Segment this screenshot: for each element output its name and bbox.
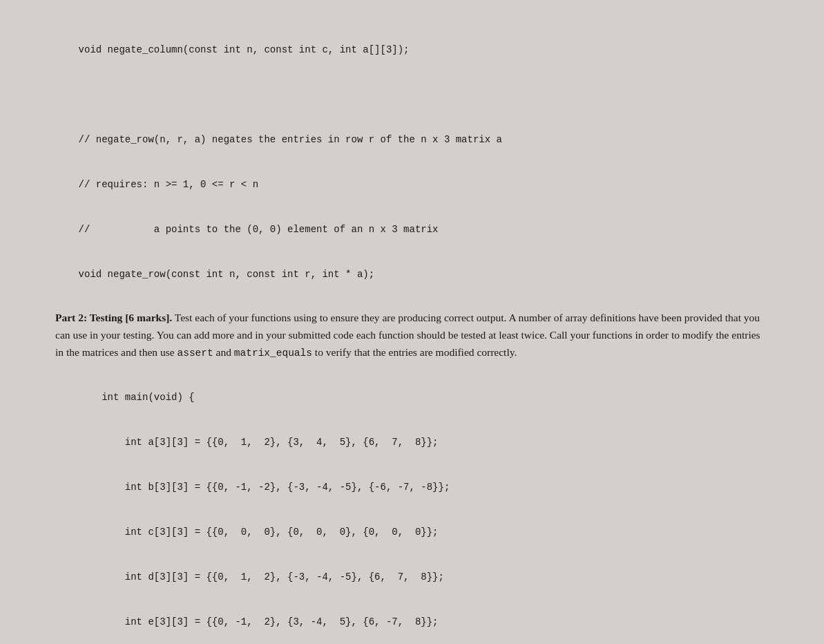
part2-body3: to verify that the entries are modified … <box>312 346 517 358</box>
part2-body2: and <box>213 346 234 358</box>
code-block-1: void negate_column(const int n, const in… <box>55 28 769 297</box>
assert-code: assert <box>177 348 213 359</box>
code-line: int d[3][3] = {{0, 1, 2}, {-3, -4, -5}, … <box>79 571 444 583</box>
code-line: int b[3][3] = {{0, -1, -2}, {-3, -4, -5}… <box>79 482 450 493</box>
code-block-2: int main(void) { int a[3][3] = {{0, 1, 2… <box>55 375 769 644</box>
part2-heading: Part 2: Testing [6 marks]. <box>55 312 172 323</box>
code-line: int c[3][3] = {{0, 0, 0}, {0, 0, 0}, {0,… <box>79 527 439 538</box>
code-line: // negate_row(n, r, a) negates the entri… <box>79 134 502 145</box>
matrix-equals-code: matrix_equals <box>234 348 312 359</box>
code-line: // a points to the (0, 0) element of an … <box>79 224 439 235</box>
part2-section: Part 2: Testing [6 marks]. Test each of … <box>55 310 769 361</box>
code-line: void negate_column(const int n, const in… <box>79 44 410 55</box>
page-content: void negate_column(const int n, const in… <box>55 28 769 644</box>
code-line: void negate_row(const int n, const int r… <box>79 269 374 280</box>
code-line: int a[3][3] = {{0, 1, 2}, {3, 4, 5}, {6,… <box>79 437 439 448</box>
code-line: // requires: n >= 1, 0 <= r < n <box>79 179 258 190</box>
code-line: int main(void) { <box>79 392 195 403</box>
code-line: int e[3][3] = {{0, -1, 2}, {3, -4, 5}, {… <box>79 616 439 627</box>
